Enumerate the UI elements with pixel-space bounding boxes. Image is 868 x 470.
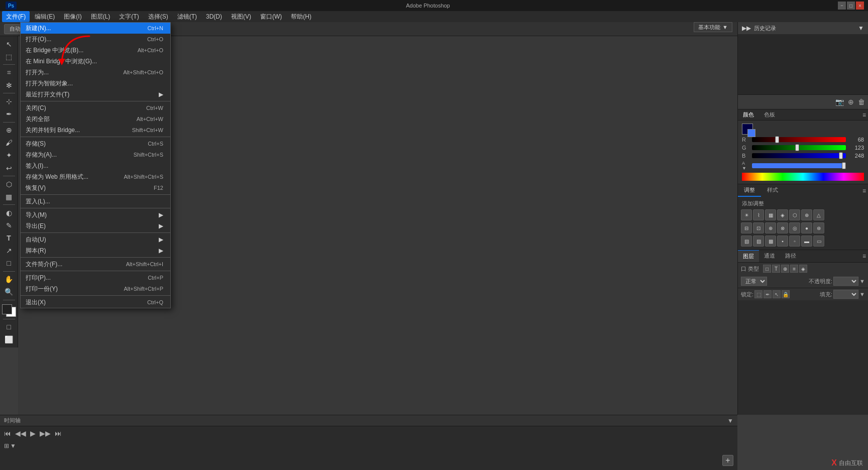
adjust-icon-6[interactable]: ▪ bbox=[777, 236, 788, 247]
menu-help[interactable]: 帮助(H) bbox=[287, 11, 315, 22]
adjust-exposure[interactable]: ▦ bbox=[765, 209, 776, 220]
window-controls[interactable]: － □ × bbox=[838, 2, 864, 10]
adjust-posterize[interactable]: ◎ bbox=[789, 222, 800, 233]
history-panel-collapse[interactable]: ▼ bbox=[858, 25, 864, 32]
tool-eyedropper[interactable]: ✒ bbox=[2, 108, 17, 120]
tab-color[interactable]: 颜色 bbox=[738, 109, 759, 120]
menu-select[interactable]: 选择(S) bbox=[144, 11, 172, 22]
b-slider[interactable] bbox=[752, 153, 846, 158]
maximize-button[interactable]: □ bbox=[847, 2, 855, 10]
b-thumb[interactable] bbox=[839, 152, 843, 159]
tl-add-button[interactable]: + bbox=[722, 455, 733, 466]
tl-prev-frame[interactable]: ◀◀ bbox=[15, 429, 26, 437]
workspace-selector[interactable]: 基本功能 ▼ bbox=[694, 22, 732, 32]
menu-image[interactable]: 图像(I) bbox=[60, 11, 85, 22]
color-picker[interactable] bbox=[2, 304, 16, 317]
adjust-icon-7[interactable]: ▫ bbox=[789, 236, 800, 247]
close-button[interactable]: × bbox=[856, 2, 864, 10]
adjust-icon-8[interactable]: ▬ bbox=[801, 236, 812, 247]
r-slider[interactable] bbox=[752, 137, 846, 142]
minimize-button[interactable]: － bbox=[838, 2, 846, 10]
tool-spot-heal[interactable]: ⊕ bbox=[2, 125, 17, 136]
tl-frame-dropdown[interactable]: ▼ bbox=[10, 442, 16, 449]
layer-type-icon-4[interactable]: ≡ bbox=[790, 265, 798, 273]
tl-end[interactable]: ⏭ bbox=[55, 429, 62, 437]
menu-open[interactable]: 打开(O)... Ctrl+O bbox=[21, 34, 170, 45]
adjust-icon-9[interactable]: ▭ bbox=[813, 236, 824, 247]
adjust-icon-4[interactable]: ▨ bbox=[753, 236, 764, 247]
tl-frame-icon[interactable]: ⊞ bbox=[4, 442, 9, 449]
menu-text[interactable]: 文字(T) bbox=[115, 11, 143, 22]
menu-save-for-web[interactable]: 存储为 Web 所用格式... Alt+Shift+Ctrl+S bbox=[21, 171, 170, 182]
blend-mode-select[interactable]: 正常 bbox=[741, 277, 767, 286]
menu-open-as[interactable]: 打开为... Alt+Shift+Ctrl+O bbox=[21, 67, 170, 78]
menu-exit[interactable]: 退出(X) Ctrl+Q bbox=[21, 297, 170, 308]
menu-new-file[interactable]: 新建(N)... Ctrl+N bbox=[21, 23, 170, 34]
menu-print[interactable]: 打印(P)... Ctrl+P bbox=[21, 272, 170, 283]
adjust-brightness[interactable]: ☀ bbox=[741, 209, 752, 220]
tab-channels[interactable]: 通道 bbox=[759, 250, 780, 262]
adjust-color-lookup[interactable]: ⊕ bbox=[765, 222, 776, 233]
tool-move[interactable]: ↖ bbox=[2, 38, 17, 50]
menu-save-as[interactable]: 存储为(A)... Shift+Ctrl+S bbox=[21, 149, 170, 160]
menu-automate[interactable]: 自动(U) ▶ bbox=[21, 234, 170, 245]
adjust-vibrance[interactable]: ◈ bbox=[777, 209, 788, 220]
timeline-collapse[interactable]: ▼ bbox=[727, 417, 733, 424]
adjust-hsl[interactable]: ⬡ bbox=[789, 209, 800, 220]
tool-magic-wand[interactable]: ✻ bbox=[2, 79, 17, 91]
tool-hand[interactable]: ✋ bbox=[2, 274, 17, 285]
history-snapshot-btn[interactable]: 📷 bbox=[834, 97, 845, 107]
lock-paint[interactable]: ✒ bbox=[764, 290, 772, 298]
lock-all[interactable]: 🔒 bbox=[782, 290, 790, 298]
tool-eraser[interactable]: ⬡ bbox=[2, 178, 17, 190]
menu-close-goto-bridge[interactable]: 关闭并转到 Bridge... Shift+Ctrl+W bbox=[21, 125, 170, 136]
menu-file-info[interactable]: 文件简介(F)... Alt+Shift+Ctrl+I bbox=[21, 259, 170, 270]
menu-scripts[interactable]: 脚本(R) ▶ bbox=[21, 245, 170, 256]
tool-shape[interactable]: □ bbox=[2, 258, 17, 269]
foreground-color[interactable] bbox=[2, 304, 12, 314]
menu-recent-files[interactable]: 最近打开文件(T) ▶ bbox=[21, 89, 170, 100]
tool-path-select[interactable]: ↗ bbox=[2, 245, 17, 257]
menu-filter[interactable]: 滤镜(T) bbox=[173, 11, 201, 22]
adjust-channel-mixer[interactable]: ⊡ bbox=[753, 222, 764, 233]
tab-swatches[interactable]: 色板 bbox=[759, 109, 780, 120]
g-thumb[interactable] bbox=[795, 144, 799, 151]
layer-type-icon-5[interactable]: ◈ bbox=[799, 265, 807, 273]
history-panel-expand[interactable]: ▶▶ bbox=[742, 25, 751, 32]
history-panel-header[interactable]: ▶▶ 历史记录 ▼ bbox=[738, 22, 868, 34]
menu-open-smart-object[interactable]: 打开为智能对象... bbox=[21, 78, 170, 89]
a-thumb[interactable] bbox=[842, 162, 846, 169]
adjust-threshold[interactable]: ● bbox=[801, 222, 812, 233]
adjust-invert[interactable]: ⊗ bbox=[777, 222, 788, 233]
tool-dodge[interactable]: ◐ bbox=[2, 207, 17, 218]
menu-browse-mini-bridge[interactable]: 在 Mini Bridge 中浏览(G)... bbox=[21, 56, 170, 67]
menu-close-all[interactable]: 关闭全部 Alt+Ctrl+W bbox=[21, 113, 170, 125]
fg-color-swatch[interactable] bbox=[742, 124, 753, 135]
color-panel-options[interactable]: ≡ bbox=[862, 111, 866, 119]
tab-style[interactable]: 样式 bbox=[761, 184, 784, 197]
fill-select[interactable] bbox=[833, 290, 858, 299]
adjust-curves[interactable]: ⌇ bbox=[753, 209, 764, 220]
tl-start[interactable]: ⏮ bbox=[4, 429, 11, 437]
menu-window[interactable]: 窗口(W) bbox=[256, 11, 286, 22]
r-thumb[interactable] bbox=[775, 136, 779, 143]
menu-edit[interactable]: 编辑(E) bbox=[31, 11, 59, 22]
tool-zoom[interactable]: 🔍 bbox=[2, 286, 17, 298]
tool-pen[interactable]: ✎ bbox=[2, 219, 17, 231]
adjust-panel-options[interactable]: ≡ bbox=[862, 187, 866, 194]
adjust-gradient-map[interactable]: ⊛ bbox=[813, 222, 824, 233]
tool-marquee[interactable]: ⬚ bbox=[2, 51, 17, 62]
tab-layers[interactable]: 图层 bbox=[738, 250, 759, 262]
adjust-icon-5[interactable]: ▩ bbox=[765, 236, 776, 247]
tab-adjustment[interactable]: 调整 bbox=[738, 184, 761, 197]
tool-history-brush[interactable]: ↩ bbox=[2, 162, 17, 174]
tab-paths[interactable]: 路径 bbox=[780, 250, 801, 262]
layers-panel-options[interactable]: ≡ bbox=[862, 253, 866, 260]
a-slider[interactable] bbox=[752, 163, 846, 168]
adjust-selective-color[interactable]: ▧ bbox=[741, 236, 752, 247]
menu-file[interactable]: 文件(F) bbox=[2, 11, 30, 22]
adjust-black-white[interactable]: △ bbox=[813, 209, 824, 220]
menu-import[interactable]: 导入(M) ▶ bbox=[21, 209, 170, 220]
menu-place[interactable]: 置入(L)... bbox=[21, 196, 170, 207]
menu-layer[interactable]: 图层(L) bbox=[87, 11, 115, 22]
